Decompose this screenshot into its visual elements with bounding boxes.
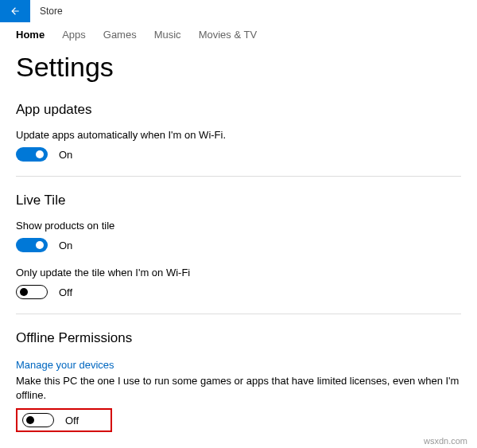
tabs: Home Apps Games Music Movies & TV — [0, 22, 477, 45]
toggle-knob — [36, 241, 44, 249]
tab-home[interactable]: Home — [16, 29, 45, 41]
back-arrow-icon — [10, 6, 21, 17]
toggle-state-offline: Off — [65, 415, 79, 427]
toggle-state-show-products: On — [59, 240, 72, 251]
tab-music[interactable]: Music — [154, 29, 181, 41]
link-manage-devices[interactable]: Manage your devices — [16, 359, 114, 371]
tab-apps[interactable]: Apps — [62, 29, 86, 41]
section-live-tile-title: Live Tile — [16, 193, 461, 208]
highlight-box: Off — [16, 408, 112, 432]
label-show-products: Show products on tile — [16, 220, 461, 232]
divider — [16, 314, 461, 314]
label-tile-wifi: Only update the tile when I'm on Wi-Fi — [16, 267, 461, 279]
section-app-updates-title: App updates — [16, 102, 461, 118]
toggle-knob — [26, 416, 34, 424]
toggle-row-auto-update: On — [16, 147, 461, 162]
divider — [16, 176, 461, 177]
content: Settings App updates Update apps automat… — [0, 45, 477, 432]
toggle-offline[interactable] — [22, 413, 54, 427]
toggle-row-offline: Off — [22, 413, 79, 427]
offline-description: Make this PC the one I use to run some g… — [16, 374, 461, 402]
toggle-row-show-products: On — [16, 238, 461, 252]
section-offline-title: Offline Permissions — [16, 330, 461, 346]
toggle-state-auto-update: On — [59, 149, 72, 161]
watermark: wsxdn.com — [424, 436, 467, 446]
toggle-knob — [20, 288, 28, 296]
toggle-knob — [36, 150, 44, 158]
toggle-tile-wifi[interactable] — [16, 285, 48, 299]
app-title: Store — [40, 6, 63, 17]
tab-movies-tv[interactable]: Movies & TV — [199, 29, 257, 41]
toggle-state-tile-wifi: Off — [59, 286, 72, 298]
tab-games[interactable]: Games — [103, 29, 137, 41]
titlebar: Store — [0, 0, 477, 22]
back-button[interactable] — [0, 0, 30, 22]
toggle-row-tile-wifi: Off — [16, 285, 461, 299]
page-title: Settings — [16, 52, 461, 83]
toggle-auto-update[interactable] — [16, 147, 48, 162]
label-auto-update: Update apps automatically when I'm on Wi… — [16, 129, 461, 141]
toggle-show-products[interactable] — [16, 238, 48, 252]
